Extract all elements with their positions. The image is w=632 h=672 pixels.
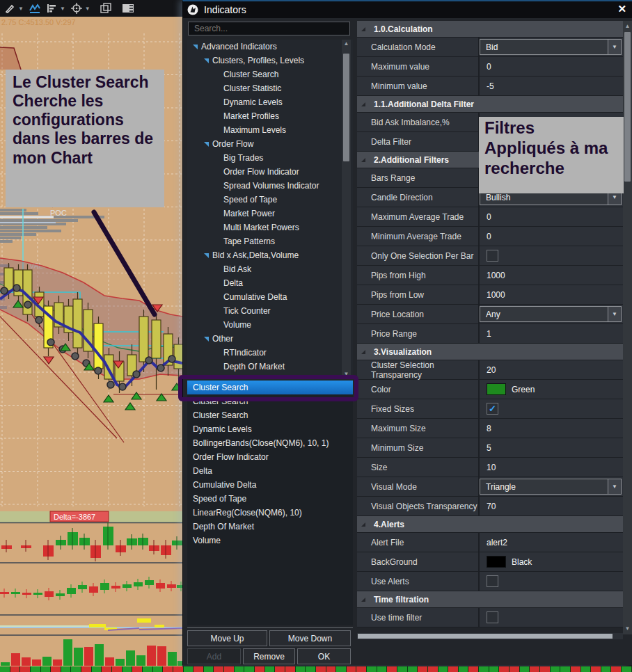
tree-item[interactable]: Depth Of Market (187, 360, 353, 374)
applied-indicator-item[interactable]: Depth Of Market (187, 520, 353, 534)
property-value[interactable]: 8 (480, 419, 623, 438)
color-swatch[interactable] (487, 556, 506, 568)
applied-indicator-item[interactable]: Delta (187, 464, 353, 478)
property-value[interactable]: Bid▼ (480, 38, 623, 56)
applied-indicator-item[interactable]: BollingerBands(Close(NQM6), 10, 1) (187, 436, 353, 450)
properties-hscrollbar[interactable] (357, 633, 623, 639)
property-section-header[interactable]: 1.1.Additional Delta Filter (357, 96, 623, 113)
applied-indicator-item[interactable]: Speed of Tape (187, 492, 353, 506)
property-value[interactable]: Triangle▼ (480, 477, 623, 496)
tree-item[interactable]: Advanced Indicators (187, 40, 353, 54)
scroll-down-icon[interactable]: ▼ (623, 625, 632, 633)
checkbox[interactable] (487, 575, 498, 587)
dropdown[interactable]: Any▼ (480, 306, 622, 322)
applied-indicator-item[interactable]: Volume (187, 534, 353, 547)
tree-expander-icon[interactable] (204, 142, 209, 147)
draw-tools-caret-icon[interactable]: ▼ (18, 6, 24, 12)
tree-item[interactable]: RTIndicator (187, 346, 353, 360)
tree-item[interactable]: Cluster Search (187, 67, 353, 81)
tree-item[interactable]: Volume (187, 318, 353, 332)
checkbox[interactable] (487, 611, 498, 623)
tree-scrollbar[interactable]: ▲ ▼ (342, 40, 351, 378)
dialog-titlebar[interactable]: Indicators ✕ (183, 1, 632, 18)
dropdown[interactable]: Bid▼ (480, 39, 622, 55)
move-down-button[interactable]: Move Down (269, 630, 351, 646)
scroll-thumb[interactable] (343, 54, 349, 161)
property-value[interactable]: Any▼ (480, 305, 623, 323)
chevron-down-icon[interactable]: ▼ (608, 307, 621, 321)
applied-indicator-item[interactable]: Cluster Search (187, 408, 353, 422)
scroll-thumb[interactable] (624, 32, 631, 182)
property-value[interactable]: 0 (480, 227, 623, 246)
property-section-header[interactable]: 3.Visualization (357, 344, 623, 360)
section-collapse-icon[interactable] (361, 27, 365, 31)
property-section-header[interactable]: 4.Alerts (357, 516, 623, 533)
tree-item[interactable]: Multi Market Powers (187, 221, 353, 234)
property-value[interactable]: 1000 (480, 285, 623, 304)
dropdown[interactable]: Triangle▼ (480, 479, 622, 495)
layers-icon[interactable] (99, 2, 113, 15)
section-collapse-icon[interactable] (361, 598, 365, 602)
tree-expander-icon[interactable] (204, 58, 209, 63)
dom-panel-icon[interactable] (121, 2, 135, 15)
scroll-up-icon[interactable]: ▲ (342, 40, 351, 48)
checkbox[interactable]: ✓ (487, 403, 498, 415)
remove-button[interactable]: Remove (243, 648, 295, 664)
crosshair-caret-icon[interactable]: ▼ (85, 6, 90, 12)
property-section-header[interactable]: Time filtration (357, 591, 623, 608)
property-value[interactable]: -5 (480, 77, 623, 95)
tree-item[interactable]: Delta (187, 276, 353, 290)
tree-expander-icon[interactable] (193, 45, 198, 49)
tree-expander-icon[interactable] (204, 337, 209, 342)
property-value[interactable]: 10 (480, 458, 623, 477)
property-value[interactable]: 0 (480, 57, 623, 76)
tree-item[interactable]: Speed of Tape (187, 193, 353, 207)
scroll-up-icon[interactable]: ▲ (623, 22, 632, 31)
property-value[interactable]: Green (480, 380, 623, 399)
checkbox[interactable] (487, 250, 498, 262)
properties-scrollbar[interactable]: ▲ ▼ (623, 21, 632, 634)
tree-item[interactable]: Cluster Statistic (187, 81, 353, 95)
section-collapse-icon[interactable] (361, 350, 365, 354)
search-input[interactable] (188, 22, 350, 35)
levels-caret-icon[interactable]: ▼ (60, 6, 65, 12)
tree-item[interactable]: Market Power (187, 207, 353, 221)
tree-item[interactable]: Bid Ask (187, 262, 353, 276)
property-value[interactable]: alert2 (480, 533, 623, 552)
tree-item[interactable]: Spread Volumes Indicator (187, 179, 353, 193)
chevron-down-icon[interactable]: ▼ (608, 479, 621, 494)
move-up-button[interactable]: Move Up (187, 630, 267, 646)
chevron-down-icon[interactable]: ▼ (608, 40, 621, 54)
property-value[interactable]: 1000 (480, 266, 623, 285)
draw-tools-icon[interactable] (3, 2, 17, 15)
ok-button[interactable]: OK (297, 648, 351, 664)
section-collapse-icon[interactable] (361, 522, 365, 527)
applied-indicator-item[interactable]: Cumulative Delta (187, 478, 353, 492)
scroll-thumb[interactable] (358, 634, 613, 639)
tree-item[interactable]: Cumulative Delta (187, 290, 353, 304)
property-value[interactable]: ✓ (480, 399, 623, 418)
tree-item[interactable]: Bid x Ask,Delta,Volume (187, 248, 353, 262)
tree-item[interactable]: Maximum Levels (187, 123, 353, 137)
section-collapse-icon[interactable] (361, 158, 365, 162)
section-collapse-icon[interactable] (361, 102, 365, 106)
applied-indicator-item[interactable]: Dynamic Levels (187, 422, 353, 436)
tree-item[interactable]: Big Trades (187, 151, 353, 165)
close-icon[interactable]: ✕ (617, 3, 626, 15)
tree-expander-icon[interactable] (204, 253, 209, 258)
property-value[interactable]: 70 (480, 497, 623, 515)
add-button[interactable]: Add (187, 648, 241, 664)
property-section-header[interactable]: 1.0.Calculation (357, 21, 623, 38)
property-value[interactable] (480, 246, 623, 265)
tree-item[interactable]: Dynamic Levels (187, 95, 353, 109)
tree-item[interactable]: Tape Patterns (187, 234, 353, 248)
property-value[interactable] (480, 608, 623, 627)
property-value[interactable] (480, 572, 623, 591)
tree-item[interactable]: Tick Counter (187, 304, 353, 318)
tree-item[interactable]: Market Profiles (187, 109, 353, 123)
tree-item[interactable]: Clusters, Profiles, Levels (187, 54, 353, 67)
line-chart-icon[interactable] (28, 2, 42, 15)
levels-icon[interactable] (45, 2, 58, 15)
property-value[interactable]: 1 (480, 324, 623, 343)
tree-item[interactable]: Order Flow Indicator (187, 165, 353, 179)
